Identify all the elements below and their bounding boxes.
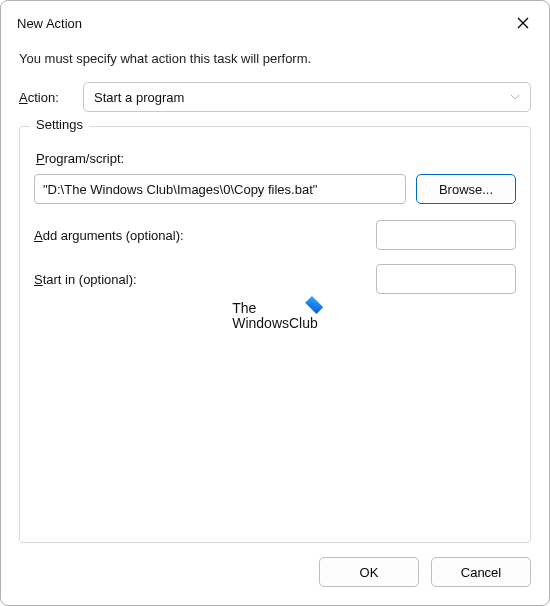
watermark: The WindowsClub — [232, 301, 318, 332]
browse-button[interactable]: Browse... — [416, 174, 516, 204]
watermark-line2: WindowsClub — [232, 316, 318, 331]
program-script-input[interactable] — [34, 174, 406, 204]
add-arguments-label: Add arguments (optional): — [34, 228, 184, 243]
ok-button[interactable]: OK — [319, 557, 419, 587]
program-row: Browse... — [34, 174, 516, 204]
dialog-content: You must specify what action this task w… — [1, 41, 549, 543]
start-in-input[interactable] — [376, 264, 516, 294]
close-button[interactable] — [509, 9, 537, 37]
arguments-row: Add arguments (optional): — [34, 220, 516, 250]
action-label: Action: — [19, 90, 71, 105]
settings-group: Settings Program/script: Browse... Add a… — [19, 126, 531, 543]
titlebar: New Action — [1, 1, 549, 41]
chevron-down-icon — [510, 90, 520, 105]
action-combobox[interactable]: Start a program — [83, 82, 531, 112]
action-row: Action: Start a program — [19, 82, 531, 112]
instruction-text: You must specify what action this task w… — [19, 51, 531, 66]
settings-legend: Settings — [30, 117, 89, 132]
action-selected-value: Start a program — [94, 90, 184, 105]
program-script-label: Program/script: — [36, 151, 516, 166]
start-in-label: Start in (optional): — [34, 272, 137, 287]
startin-row: Start in (optional): — [34, 264, 516, 294]
add-arguments-input[interactable] — [376, 220, 516, 250]
new-action-dialog: New Action You must specify what action … — [0, 0, 550, 606]
close-icon — [517, 17, 529, 29]
window-title: New Action — [17, 16, 82, 31]
dialog-footer: OK Cancel — [1, 543, 549, 605]
cancel-button[interactable]: Cancel — [431, 557, 531, 587]
